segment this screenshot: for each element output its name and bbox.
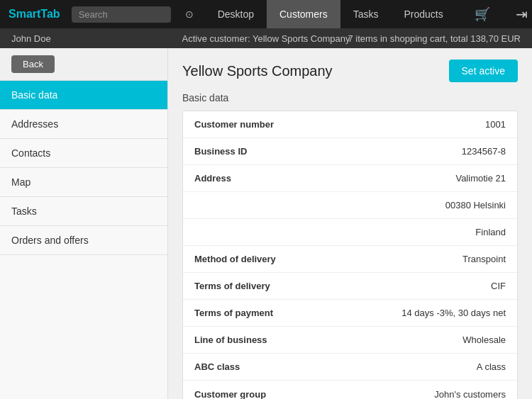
field-value: Wholesale (462, 335, 506, 345)
field-value: A class (477, 361, 506, 372)
table-row: Customer group John's customers (183, 381, 517, 399)
logout-icon[interactable]: ⇥ (509, 6, 532, 23)
basic-data-table: Customer number 1001 Business ID 1234567… (182, 111, 518, 399)
cart-info: 7 items in shopping cart, total 138,70 E… (348, 33, 521, 44)
table-row: Customer number 1001 (183, 111, 517, 138)
page-title: Yellow Sports Company (182, 63, 333, 79)
field-value: 1001 (485, 119, 506, 130)
table-row: Line of business Wholesale (183, 327, 517, 354)
field-label: ABC class (194, 361, 240, 372)
nav-desktop[interactable]: Desktop (205, 0, 267, 28)
active-customer-label: Active customer: Yellow Sports Company (182, 33, 350, 44)
sidebar-item-addresses[interactable]: Addresses (0, 110, 167, 139)
field-label: Method of delivery (194, 254, 276, 264)
brand-logo: SmartTab (9, 8, 60, 21)
nav-tasks[interactable]: Tasks (340, 0, 392, 28)
section-label: Basic data (182, 92, 518, 103)
content-header: Yellow Sports Company Set active (182, 60, 518, 82)
field-value: 14 days -3%, 30 days net (401, 308, 506, 318)
table-row: Method of delivery Transpoint (183, 246, 517, 273)
table-row: Business ID 1234567-8 (183, 138, 517, 165)
nav-links: Desktop Customers Tasks Products (205, 0, 456, 28)
nav-products[interactable]: Products (391, 0, 455, 28)
field-label: Terms of payment (194, 308, 273, 318)
top-navigation: SmartTab ⊙ Desktop Customers Tasks Produ… (0, 0, 532, 28)
sidebar-nav: Basic data Addresses Contacts Map Tasks … (0, 81, 167, 399)
table-row: 00380 Helsinki (183, 192, 517, 219)
main-layout: Back Basic data Addresses Contacts Map T… (0, 48, 532, 399)
field-value: 00380 Helsinki (445, 200, 506, 210)
nav-customers[interactable]: Customers (267, 0, 340, 28)
sidebar-item-map[interactable]: Map (0, 168, 167, 197)
field-value: Transpoint (462, 254, 506, 264)
field-label: Business ID (194, 146, 247, 157)
sidebar-item-tasks[interactable]: Tasks (0, 197, 167, 226)
user-name: John Doe (11, 33, 51, 44)
sidebar-item-orders-offers[interactable]: Orders and offers (0, 226, 167, 255)
brand-suffix: Tab (40, 8, 60, 20)
table-row: Terms of payment 14 days -3%, 30 days ne… (183, 300, 517, 327)
back-button-area: Back (0, 48, 167, 81)
sidebar-item-contacts[interactable]: Contacts (0, 139, 167, 168)
sidebar-item-basic-data[interactable]: Basic data (0, 81, 167, 110)
field-value: Finland (475, 227, 506, 237)
table-row: Terms of delivery CIF (183, 273, 517, 300)
field-value: Valimotie 21 (455, 173, 506, 184)
brand-prefix: Smart (9, 8, 40, 20)
table-row: ABC class A class (183, 354, 517, 381)
main-content: Yellow Sports Company Set active Basic d… (168, 48, 532, 399)
field-label: Address (194, 173, 231, 184)
field-value: John's customers (434, 389, 506, 400)
wifi-icon: ⊙ (185, 9, 194, 20)
field-label: Terms of delivery (194, 281, 270, 291)
field-value: 1234567-8 (462, 146, 506, 157)
field-label: Line of business (194, 335, 267, 345)
field-value: CIF (491, 281, 506, 291)
search-input[interactable] (72, 6, 171, 23)
field-label: Customer group (194, 389, 266, 400)
table-row: Address Valimotie 21 (183, 165, 517, 192)
sidebar: Back Basic data Addresses Contacts Map T… (0, 48, 168, 399)
cart-icon[interactable]: 🛒 (467, 6, 497, 22)
table-row: Finland (183, 219, 517, 246)
back-button[interactable]: Back (11, 55, 55, 73)
set-active-button[interactable]: Set active (449, 60, 518, 82)
field-label: Customer number (194, 119, 274, 130)
status-bar: John Doe Active customer: Yellow Sports … (0, 28, 532, 48)
